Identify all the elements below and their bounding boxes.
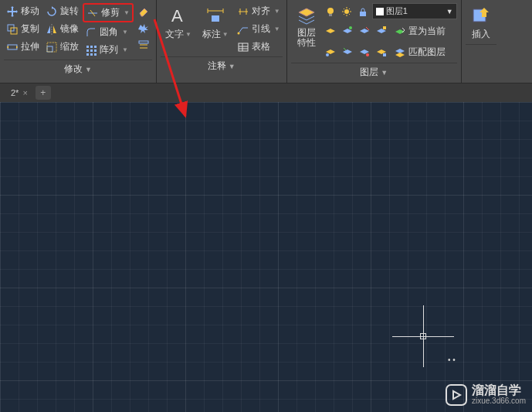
move-button[interactable]: 移动 [4, 3, 42, 19]
svg-rect-8 [86, 49, 89, 52]
layer-tool-3-icon[interactable] [357, 24, 371, 38]
set-current-label: 置为当前 [408, 25, 446, 38]
table-button[interactable]: 表格 [235, 39, 283, 55]
document-tab[interactable]: 2* × [5, 87, 34, 99]
layer-tool-7-icon[interactable] [357, 45, 371, 59]
erase-button[interactable] [135, 3, 152, 19]
layer-tool-8-icon[interactable] [374, 45, 388, 59]
bulb-icon[interactable] [324, 5, 337, 19]
stretch-button[interactable]: 拉伸 [4, 39, 42, 55]
svg-point-21 [344, 9, 349, 14]
chevron-down-icon: ▼ [185, 31, 191, 38]
trim-dropdown-icon[interactable]: ▼ [124, 9, 130, 16]
panel-layer: 图层特性 图层1 ▼ [287, 0, 462, 83]
svg-rect-11 [86, 53, 89, 56]
table-label: 表格 [252, 40, 270, 53]
set-current-button[interactable]: 置为当前 [391, 24, 448, 39]
panel-insert: 插入 [462, 0, 500, 83]
stretch-icon [6, 41, 19, 53]
layer-dropdown[interactable]: 图层1 ▼ [372, 3, 457, 19]
svg-rect-3 [47, 46, 53, 52]
svg-rect-18 [239, 43, 248, 51]
panel-annotate-label[interactable]: 注释▼ [161, 56, 283, 75]
svg-rect-28 [383, 53, 386, 56]
layer-properties-button[interactable]: 图层特性 [291, 3, 322, 61]
layer-tool-2-icon[interactable] [341, 24, 354, 38]
match-layer-icon [394, 46, 406, 59]
align-button[interactable]: 对齐 ▼ [235, 3, 283, 19]
trim-label: 修剪 [101, 6, 120, 19]
insert-label: 插入 [472, 28, 490, 41]
layer-tool-4-icon[interactable] [374, 24, 388, 38]
svg-rect-25 [383, 26, 386, 29]
layer-tool-5-icon[interactable] [324, 45, 337, 59]
text-label: 文字 [165, 28, 184, 41]
align-label: 对齐 [252, 5, 270, 18]
fillet-button[interactable]: 圆角 ▼ [83, 24, 134, 40]
cursor-dots: • • [448, 356, 456, 364]
leader-label: 引线 [252, 22, 270, 36]
scale-button[interactable]: 缩放 [43, 39, 81, 55]
copy-label: 复制 [21, 22, 39, 36]
svg-rect-14 [139, 41, 148, 43]
insert-block-button[interactable]: 插入 [466, 3, 496, 43]
svg-rect-6 [90, 46, 93, 48]
svg-text:A: A [171, 6, 183, 26]
text-button[interactable]: A 文字▼ [161, 3, 196, 55]
chevron-down-icon: ▼ [229, 63, 236, 70]
explode-button[interactable] [135, 20, 152, 36]
mirror-icon [46, 23, 58, 36]
trim-icon [86, 7, 99, 19]
close-icon[interactable]: × [22, 88, 27, 97]
drawing-canvas[interactable]: // generated below after data bind [0, 102, 532, 412]
stretch-label: 拉伸 [21, 40, 39, 53]
match-layer-button[interactable]: 匹配图层 [391, 45, 448, 60]
svg-point-27 [366, 53, 369, 56]
svg-rect-7 [94, 46, 97, 48]
panel-layer-label[interactable]: 图层▼ [291, 63, 457, 81]
align-icon [237, 5, 249, 18]
offset-button[interactable] [135, 37, 152, 53]
set-current-icon [394, 26, 406, 38]
svg-rect-10 [94, 49, 97, 52]
sun-icon[interactable] [340, 5, 354, 19]
panel-modify-label[interactable]: 修改▼ [4, 60, 152, 78]
layer-tool-6-icon[interactable] [341, 45, 354, 59]
copy-button[interactable]: 复制 [4, 21, 42, 37]
svg-rect-23 [376, 8, 384, 15]
chevron-down-icon: ▼ [274, 26, 280, 32]
array-label: 阵列 [100, 43, 118, 56]
document-tabbar: 2* × + [0, 83, 532, 102]
match-layer-label: 匹配图层 [408, 46, 446, 59]
array-dropdown-icon[interactable]: ▼ [122, 46, 128, 53]
rotate-button[interactable]: 旋转 [43, 3, 81, 19]
fillet-dropdown-icon[interactable]: ▼ [122, 29, 128, 36]
fillet-label: 圆角 [100, 26, 118, 39]
chevron-down-icon: ▼ [274, 8, 280, 15]
svg-point-24 [349, 26, 352, 29]
mirror-button[interactable]: 镜像 [43, 21, 81, 37]
new-tab-button[interactable]: + [36, 86, 51, 100]
lock-icon[interactable] [356, 5, 370, 19]
layer-tool-1-icon[interactable] [324, 24, 337, 38]
leader-button[interactable]: 引线 ▼ [235, 21, 283, 37]
watermark: 溜溜自学 zixue.3d66.com [446, 384, 526, 406]
array-icon [85, 44, 97, 56]
chevron-down-icon: ▼ [381, 69, 388, 77]
dimension-button[interactable]: 标注▼ [198, 3, 233, 55]
layer-current-label: 图层1 [386, 5, 408, 17]
table-icon [237, 41, 249, 53]
tab-name: 2* [11, 88, 19, 97]
watermark-sub: zixue.3d66.com [472, 397, 526, 406]
move-icon [6, 5, 19, 18]
mirror-label: 镜像 [60, 22, 79, 36]
rotate-icon [46, 5, 58, 18]
svg-rect-22 [360, 12, 366, 16]
leader-icon [237, 23, 249, 36]
chevron-down-icon: ▼ [446, 8, 453, 15]
watermark-logo-icon [446, 384, 467, 406]
explode-icon [137, 22, 150, 34]
svg-point-17 [237, 32, 239, 34]
array-button[interactable]: 阵列 ▼ [83, 42, 134, 58]
trim-button[interactable]: 修剪 ▼ [83, 3, 134, 22]
